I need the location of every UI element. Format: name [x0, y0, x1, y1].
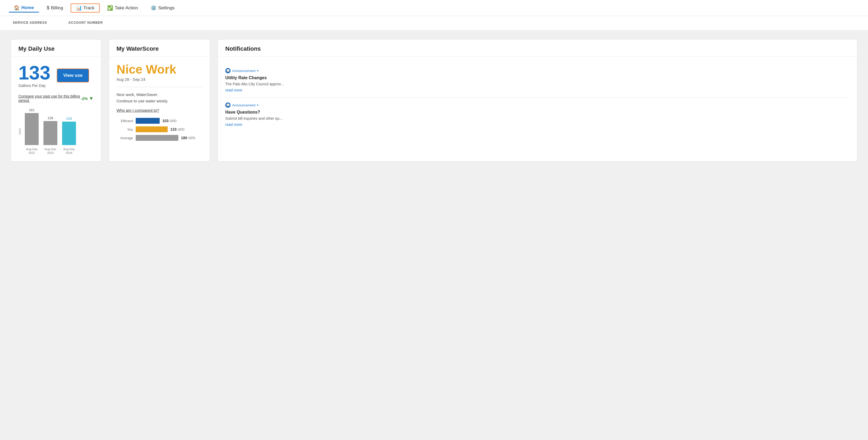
nav-label-track: Track: [84, 5, 95, 11]
bar-group-2024: 133 Aug-Sep2024: [62, 117, 76, 155]
nice-work-text: Nice Work: [117, 63, 202, 76]
nav-label-billing: Billing: [51, 5, 63, 11]
nav-bar: 🏠 Home $ Billing 📊 Track ✅ Take Action ⚙…: [0, 0, 868, 16]
notification-item-2: 💬 Announcement ▾ Have Questions? Submit …: [225, 97, 849, 132]
bar-2023: [43, 121, 57, 145]
header-info: SERVICE ADDRESS ACCOUNT NUMBER: [0, 16, 868, 31]
notification-item-1: 💬 Announcement ▾ Utility Rate Changes Th…: [225, 63, 849, 97]
nav-item-home[interactable]: 🏠 Home: [8, 3, 39, 12]
nav-label-settings: Settings: [158, 5, 174, 11]
bar-value-2024: 133: [66, 117, 72, 120]
view-use-button[interactable]: View use: [57, 68, 89, 82]
waterscore-card: My WaterScore Nice Work Aug 28 - Sep 24 …: [109, 39, 210, 162]
notifications-card: Notifications 💬 Announcement ▾ Utility R…: [218, 39, 857, 162]
chevron-down-icon-2[interactable]: ▾: [257, 104, 258, 107]
announcement-label-1: Announcement: [232, 69, 255, 73]
bar-2022: [25, 113, 39, 145]
down-arrow-icon: ▼: [89, 96, 94, 101]
change-pct: -2%: [81, 96, 88, 101]
notification-read-more-2[interactable]: read more: [225, 122, 242, 127]
waterscore-body: Nice Work Aug 28 - Sep 24 Nice work, Wat…: [109, 57, 210, 147]
nav-label-take-action: Take Action: [115, 5, 138, 11]
notification-title-1: Utility Rate Changes: [225, 76, 849, 80]
service-address-section: SERVICE ADDRESS: [13, 21, 47, 26]
settings-icon: ⚙️: [151, 5, 156, 11]
bar-label-2023: Aug-Sep2023: [45, 147, 56, 155]
waterscore-date: Aug 28 - Sep 24: [117, 77, 202, 82]
average-value: 180 GPD: [181, 136, 195, 140]
waterscore-divider: [117, 87, 202, 87]
daily-use-header: My Daily Use: [11, 39, 101, 57]
account-number-label: ACCOUNT NUMBER: [68, 21, 103, 25]
bar-value-2022: 181: [29, 108, 35, 112]
notification-tag-1: 💬 Announcement ▾: [225, 68, 849, 74]
you-value: 133 GPD: [170, 127, 184, 131]
bar-value-2023: 136: [48, 116, 53, 120]
you-bar: [136, 126, 168, 132]
compare-bar-efficient: Efficient 103 GPD: [117, 118, 202, 124]
nav-label-home: Home: [21, 5, 34, 10]
compare-row: Compare your past use for this billing p…: [19, 94, 94, 102]
compare-link[interactable]: Compare your past use for this billing p…: [19, 94, 81, 102]
compare-bar-you: You 133 GPD: [117, 126, 202, 132]
daily-use-unit: Gallons Per Day: [19, 84, 51, 88]
efficient-value: 103 GPD: [162, 119, 177, 123]
gpd-axis-label: GPD: [19, 128, 22, 135]
you-label: You: [117, 127, 133, 131]
daily-use-number: 133: [19, 63, 51, 82]
chevron-down-icon-1[interactable]: ▾: [257, 69, 258, 72]
efficient-label: Efficient: [117, 119, 133, 123]
efficient-bar: [136, 118, 160, 124]
bar-2024: [62, 122, 76, 145]
daily-use-stat: 133 Gallons Per Day: [19, 63, 51, 88]
waterscore-message: Nice work, WaterSaver.Continue to use wa…: [117, 91, 202, 104]
waterscore-title: My WaterScore: [117, 45, 202, 52]
bars-container: 181 Aug-Sep2022 136 Aug-Sep2023 133 Aug-…: [25, 108, 94, 155]
waterscore-header: My WaterScore: [109, 39, 210, 57]
notifications-title: Notifications: [225, 45, 849, 52]
nav-item-take-action[interactable]: ✅ Take Action: [102, 3, 143, 12]
waterscore-compare-link[interactable]: Who am I compared to?: [117, 108, 202, 113]
main-content: My Daily Use 133 Gallons Per Day View us…: [0, 31, 868, 170]
announcement-icon-2: 💬: [225, 102, 230, 108]
nav-item-settings[interactable]: ⚙️ Settings: [145, 3, 180, 12]
bar-group-2023: 136 Aug-Sep2023: [43, 116, 57, 155]
nav-item-track[interactable]: 📊 Track: [71, 3, 100, 12]
notification-read-more-1[interactable]: read more: [225, 88, 242, 92]
notification-tag-2: 💬 Announcement ▾: [225, 102, 849, 108]
daily-use-card: My Daily Use 133 Gallons Per Day View us…: [11, 39, 101, 162]
bar-chart: GPD 181 Aug-Sep2022 136 Aug-Sep2023 133: [19, 108, 94, 155]
daily-use-title: My Daily Use: [19, 45, 94, 52]
change-indicator: -2% ▼: [81, 96, 94, 101]
home-icon: 🏠: [14, 5, 20, 11]
compare-bar-average: Average 180 GPD: [117, 135, 202, 141]
bar-label-2022: Aug-Sep2022: [26, 147, 38, 155]
notifications-header: Notifications: [218, 39, 857, 57]
billing-icon: $: [46, 5, 49, 11]
notification-text-2: Submit bill inquiries and other qu...: [225, 116, 849, 120]
average-label: Average: [117, 136, 133, 140]
track-icon: 📊: [76, 5, 82, 11]
compare-bars: Efficient 103 GPD You 133 GPD Average 18…: [117, 118, 202, 141]
average-bar: [136, 135, 178, 141]
notifications-body: 💬 Announcement ▾ Utility Rate Changes Th…: [218, 57, 857, 138]
take-action-icon: ✅: [107, 5, 113, 11]
announcement-icon-1: 💬: [225, 68, 230, 74]
service-address-label: SERVICE ADDRESS: [13, 21, 47, 25]
notification-title-2: Have Questions?: [225, 110, 849, 115]
account-number-section: ACCOUNT NUMBER: [68, 21, 103, 26]
daily-use-top: 133 Gallons Per Day View use: [19, 63, 94, 88]
bar-label-2024: Aug-Sep2024: [63, 147, 75, 155]
notification-text-1: The Palo Alto City Council approv...: [225, 82, 849, 86]
nav-item-billing[interactable]: $ Billing: [41, 3, 68, 12]
announcement-label-2: Announcement: [232, 103, 255, 107]
daily-use-body: 133 Gallons Per Day View use Compare you…: [11, 57, 101, 161]
bar-group-2022: 181 Aug-Sep2022: [25, 108, 39, 155]
